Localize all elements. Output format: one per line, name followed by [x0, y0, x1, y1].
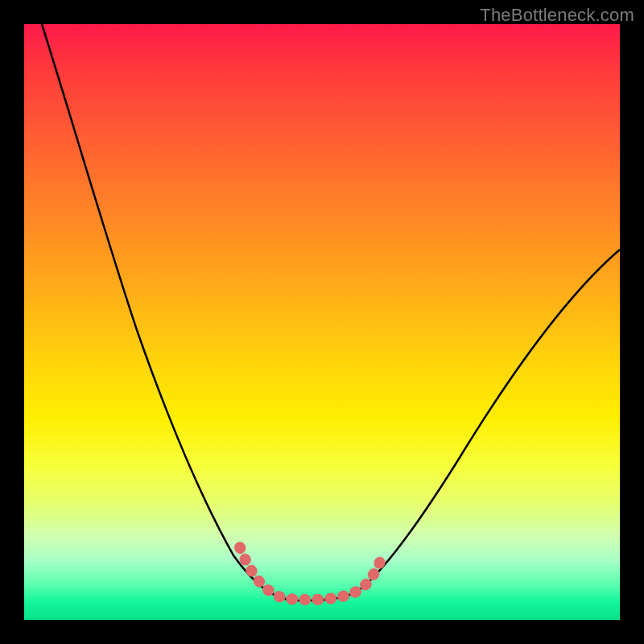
optimal-region-highlight-path — [240, 547, 380, 600]
watermark-text: TheBottleneck.com — [480, 5, 634, 26]
chart-svg — [24, 24, 620, 620]
chart-plot-area — [24, 24, 620, 620]
bottleneck-curve-path — [42, 24, 620, 601]
